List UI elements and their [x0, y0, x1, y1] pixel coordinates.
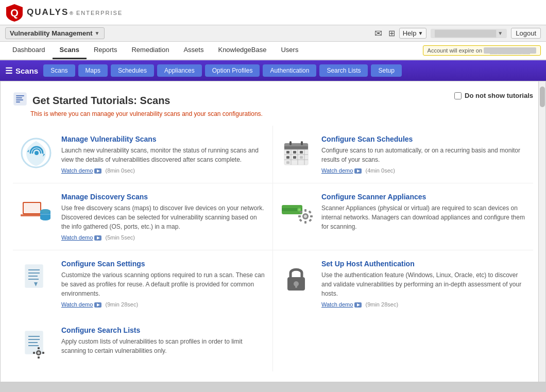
svg-rect-4 [16, 99, 23, 100]
nav-item-reports[interactable]: Reports [87, 42, 125, 59]
svg-rect-23 [293, 156, 296, 159]
grid-icon[interactable]: ⊞ [388, 28, 395, 38]
sub-tab-scans[interactable]: Scans [43, 64, 75, 77]
tutorial-title-manage-vuln[interactable]: Manage Vulnerability Scans [61, 135, 265, 143]
nav-item-remediation[interactable]: Remediation [124, 42, 176, 59]
tutorial-body-manage-vuln: Manage Vulnerability Scans Launch new vu… [61, 135, 265, 174]
tutorial-demo-setup-auth[interactable]: Watch demo (9min 28sec) [321, 301, 526, 308]
tutorial-desc-configure-schedule: Configure scans to run automatically, or… [321, 146, 526, 164]
tutorial-item-configure-search: Configure Search Lists Apply custom list… [13, 317, 273, 371]
module-selector[interactable]: Vulnerability Management ▼ [5, 27, 105, 39]
tutorial-item-manage-discovery: Manage Discovery Scans Use free discover… [13, 183, 273, 250]
sub-tab-option-profiles[interactable]: Option Profiles [205, 64, 260, 77]
svg-point-7 [35, 151, 39, 155]
svg-rect-65 [295, 284, 297, 288]
tutorial-demo-configure-settings[interactable]: Watch demo (9min 28sec) [61, 301, 265, 308]
page-header: Get Started Tutorials: Scans This is whe… [13, 92, 533, 117]
svg-rect-32 [21, 214, 43, 216]
sub-tab-appliances[interactable]: Appliances [157, 64, 202, 77]
tutorial-item-manage-vuln: Manage Vulnerability Scans Launch new vu… [13, 126, 273, 183]
manage-discovery-icon [18, 193, 54, 229]
svg-rect-54 [309, 219, 312, 222]
svg-rect-49 [298, 215, 301, 217]
sub-tab-maps[interactable]: Maps [78, 64, 108, 77]
svg-rect-77 [38, 356, 40, 359]
nav-item-dashboard[interactable]: Dashboard [5, 42, 53, 59]
qualys-logo-icon: Q [5, 3, 24, 22]
tutorial-title-configure-schedule[interactable]: Configure Scan Schedules [321, 135, 526, 143]
help-button[interactable]: Help ▼ [399, 28, 427, 39]
nav-item-knowledgebase[interactable]: KnowledgeBase [211, 42, 274, 59]
svg-rect-2 [16, 95, 24, 96]
logo-area: Q QUALYS ® ENTERPRISE [5, 3, 123, 22]
help-chevron-icon: ▼ [418, 30, 423, 36]
logo-subtitle: ENTERPRISE [76, 10, 123, 16]
toolbar: Vulnerability Management ▼ ✉ ⊞ Help ▼ ██… [0, 25, 546, 42]
module-dropdown-icon: ▼ [95, 30, 100, 36]
svg-rect-27 [301, 141, 303, 145]
svg-rect-20 [293, 151, 296, 154]
svg-rect-78 [33, 352, 35, 354]
nav-item-assets[interactable]: Assets [176, 42, 211, 59]
svg-rect-79 [42, 352, 44, 354]
manage-vuln-icon [18, 135, 54, 171]
tutorial-title-manage-discovery[interactable]: Manage Discovery Scans [61, 193, 265, 201]
tutorial-body-configure-schedule: Configure Scan Schedules Configure scans… [321, 135, 526, 174]
svg-rect-21 [300, 151, 303, 154]
svg-rect-53 [299, 219, 302, 222]
nav-bar: Dashboard Scans Reports Remediation Asse… [0, 42, 546, 60]
nav-item-users[interactable]: Users [274, 42, 305, 59]
tutorial-title-configure-search[interactable]: Configure Search Lists [61, 326, 265, 334]
configure-appliances-icon [278, 193, 314, 229]
user-dropdown[interactable]: ██████████████ ▼ [431, 29, 507, 38]
svg-rect-22 [286, 156, 289, 159]
main-content-wrapper: Get Started Tutorials: Scans This is whe… [0, 81, 546, 382]
main-content: Get Started Tutorials: Scans This is whe… [1, 81, 545, 382]
tutorial-body-configure-appliances: Configure Scanner Appliances Scanner App… [321, 193, 526, 234]
svg-rect-52 [308, 211, 311, 214]
account-expiry-badge: Account will expire on ██████████ [423, 45, 541, 56]
do-not-show-label: Do not show tutorials [465, 92, 533, 99]
svg-text:Q: Q [10, 7, 19, 19]
configure-schedule-icon [278, 135, 314, 171]
tutorial-desc-manage-vuln: Launch new vulnerability scans, monitor … [61, 146, 265, 164]
page-title-area: Get Started Tutorials: Scans [13, 92, 263, 109]
tutorial-title-configure-appliances[interactable]: Configure Scanner Appliances [321, 193, 526, 201]
svg-point-46 [304, 215, 307, 218]
tutorial-demo-manage-vuln[interactable]: Watch demo (8min 0sec) [61, 167, 265, 174]
tutorial-body-setup-auth: Set Up Host Authentication Use the authe… [321, 260, 526, 308]
tutorial-body-configure-search: Configure Search Lists Apply custom list… [61, 326, 265, 359]
tutorial-title-configure-settings[interactable]: Configure Scan Settings [61, 260, 265, 268]
sub-nav: ☰ Scans Scans Maps Schedules Appliances … [0, 60, 546, 81]
page-title-icon [13, 92, 27, 109]
tutorial-demo-manage-discovery[interactable]: Watch demo (5min 5sec) [61, 234, 265, 241]
mail-icon[interactable]: ✉ [374, 28, 382, 39]
page-subtitle: This is where you can manage your vulner… [30, 110, 263, 117]
svg-rect-3 [16, 97, 22, 98]
sub-tab-setup[interactable]: Setup [371, 64, 401, 77]
scrollbar[interactable] [538, 81, 545, 382]
scrollbar-thumb[interactable] [540, 87, 545, 107]
nav-item-scans[interactable]: Scans [53, 42, 87, 59]
tutorial-desc-configure-search: Apply custom lists of vulnerabilities to… [61, 337, 265, 355]
sub-tab-search-lists[interactable]: Search Lists [319, 64, 368, 77]
do-not-show-area: Do not show tutorials [454, 92, 533, 99]
svg-rect-47 [304, 209, 306, 212]
tutorial-desc-configure-appliances: Scanner Appliances (physical or virtual)… [321, 203, 526, 231]
list-icon: ☰ [5, 66, 12, 76]
do-not-show-checkbox[interactable] [454, 92, 462, 99]
sub-tab-schedules[interactable]: Schedules [111, 64, 154, 77]
svg-point-36 [40, 209, 50, 213]
page-title: Get Started Tutorials: Scans [32, 95, 170, 107]
username-display: ██████████████ [435, 30, 496, 37]
sub-nav-title: ☰ Scans [5, 66, 38, 76]
tutorial-demo-configure-schedule[interactable]: Watch demo (4min 0sec) [321, 167, 526, 174]
top-header: Q QUALYS ® ENTERPRISE [0, 0, 546, 25]
sub-tab-authentication[interactable]: Authentication [263, 64, 316, 77]
logout-button[interactable]: Logout [511, 28, 541, 39]
module-label: Vulnerability Management [10, 29, 93, 37]
svg-rect-19 [286, 151, 289, 154]
tutorial-title-setup-auth[interactable]: Set Up Host Authentication [321, 260, 526, 268]
svg-rect-5 [16, 101, 20, 103]
svg-rect-31 [24, 203, 40, 213]
